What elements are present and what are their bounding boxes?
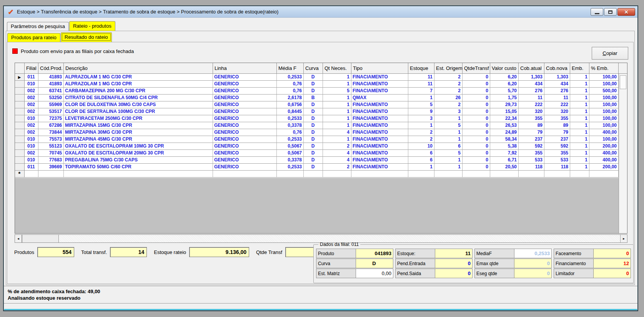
cell-est-origem[interactable]: 1 bbox=[434, 164, 463, 171]
cell-descri-o[interactable]: CARBAMAZEPINA 200 MG C/30 CPR bbox=[64, 88, 213, 95]
cell-empty[interactable] bbox=[277, 171, 304, 178]
cell-qtdetransf[interactable]: 0 bbox=[463, 115, 490, 122]
cell-linha[interactable]: GENERICO bbox=[213, 88, 277, 95]
cell-emb[interactable]: 1 bbox=[570, 108, 589, 115]
cell-estoque[interactable]: 10 bbox=[408, 143, 434, 150]
cell-c-d-prod[interactable]: 55969 bbox=[38, 101, 64, 108]
cell-valor-custo[interactable]: 7,92 bbox=[490, 150, 519, 157]
cell-m-dia-f[interactable]: 0,3378 bbox=[277, 157, 304, 164]
cell-empty[interactable] bbox=[463, 171, 490, 178]
cell-tipo[interactable]: FINACIAMENTO bbox=[351, 157, 408, 164]
cell-curva[interactable]: D bbox=[304, 129, 323, 136]
cell-cob-atual[interactable]: 118 bbox=[519, 164, 544, 171]
cell-cob-atual[interactable]: 533 bbox=[519, 157, 544, 164]
cell-descri-o[interactable]: LEVETIRACETAM 250MG C/30 CPR bbox=[64, 115, 213, 122]
table-row[interactable]: ▶01141893ALPRAZOLAM 1 MG C/30 CPRGENERIC… bbox=[15, 74, 627, 81]
cell-emb[interactable]: 1 bbox=[570, 136, 589, 143]
cell-emb[interactable]: 1 bbox=[570, 129, 589, 136]
cell-estoque[interactable]: 2 bbox=[408, 129, 434, 136]
cell-qtdetransf[interactable]: 0 bbox=[463, 74, 490, 81]
cell-emb[interactable]: 100,00 bbox=[589, 108, 619, 115]
cell-emb[interactable]: 100,00 bbox=[589, 122, 619, 129]
cell-qt-neces[interactable]: 1 bbox=[323, 95, 351, 101]
cell-tipo[interactable]: FINACIAMENTO bbox=[351, 101, 408, 108]
cell-emb[interactable]: 400,00 bbox=[589, 150, 619, 157]
cell-qt-neces[interactable]: 4 bbox=[323, 150, 351, 157]
cell-qtdetransf[interactable]: 0 bbox=[463, 95, 490, 101]
cell-qtdetransf[interactable]: 0 bbox=[463, 88, 490, 95]
cell-tipo[interactable]: FINACIAMENTO bbox=[351, 136, 408, 143]
cell-cob-nova[interactable]: 434 bbox=[544, 81, 570, 88]
cell-emb[interactable]: 1 bbox=[570, 157, 589, 164]
cell-estoque[interactable]: 11 bbox=[408, 81, 434, 88]
cell-qtdetransf[interactable]: 0 bbox=[463, 81, 490, 88]
cell-c-d-prod[interactable]: 75573 bbox=[38, 136, 64, 143]
cell-emb[interactable]: 200,00 bbox=[589, 164, 619, 171]
cell-descri-o[interactable]: TOPIRAMATO 50MG C/60 CPR bbox=[64, 164, 213, 171]
cell-curva[interactable]: D bbox=[304, 150, 323, 157]
cell-filial[interactable]: 002 bbox=[25, 101, 38, 108]
cell-empty[interactable] bbox=[570, 171, 589, 178]
cell-empty[interactable] bbox=[351, 171, 408, 178]
cell-emb[interactable]: 100,00 bbox=[589, 101, 619, 108]
cell-emb[interactable]: 100,00 bbox=[589, 95, 619, 101]
cell-empty[interactable] bbox=[589, 171, 619, 178]
cell-m-dia-f[interactable]: 0,5067 bbox=[277, 150, 304, 157]
cell-cob-atual[interactable]: 79 bbox=[519, 129, 544, 136]
cell-filial[interactable]: 002 bbox=[25, 95, 38, 101]
cell-empty[interactable] bbox=[434, 171, 463, 178]
cell-emb[interactable]: 1 bbox=[570, 74, 589, 81]
cell-qt-neces[interactable]: 2 bbox=[323, 143, 351, 150]
table-row[interactable]: 01041893ALPRAZOLAM 1 MG C/30 CPRGENERICO… bbox=[15, 81, 627, 88]
cell-m-dia-f[interactable]: 0,2533 bbox=[277, 115, 304, 122]
cell-empty[interactable] bbox=[304, 171, 323, 178]
cell-m-dia-f[interactable]: 0,5067 bbox=[277, 143, 304, 150]
cell-emb[interactable]: 100,00 bbox=[589, 136, 619, 143]
tab-resultado-do-rateio[interactable]: Resultado do rateio bbox=[61, 32, 112, 42]
cell-filial[interactable]: 002 bbox=[25, 129, 38, 136]
cell-tipo[interactable]: FINACIAMENTO bbox=[351, 150, 408, 157]
cell-filial[interactable]: 010 bbox=[25, 157, 38, 164]
table-row[interactable]: 01055123OXALATO DE ESCITALOPRAM 10MG 30 … bbox=[15, 143, 627, 150]
cell-cob-atual[interactable]: 11 bbox=[519, 95, 544, 101]
table-row[interactable]: 01075573MIRTAZAPINA 45MG C/30 CPRGENERIC… bbox=[15, 136, 627, 143]
cell-filial[interactable]: 002 bbox=[25, 88, 38, 95]
cell-descri-o[interactable]: CITRATO DE SILDENAFILA 50MG C/4 CPR bbox=[64, 95, 213, 101]
cell-linha[interactable]: GENERICO bbox=[213, 101, 277, 108]
cell-valor-custo[interactable]: 22,34 bbox=[490, 115, 519, 122]
cell-linha[interactable]: GENERICO bbox=[213, 164, 277, 171]
cell-emb[interactable]: 400,00 bbox=[589, 157, 619, 164]
grid-vertical-scrollbar[interactable] bbox=[619, 74, 627, 233]
cell-emb[interactable]: 400,00 bbox=[589, 129, 619, 136]
cell-valor-custo[interactable]: 20,50 bbox=[490, 164, 519, 171]
cell-estoque[interactable]: 2 bbox=[408, 136, 434, 143]
cell-m-dia-f[interactable]: 0,76 bbox=[277, 129, 304, 136]
hscroll-track[interactable] bbox=[59, 235, 620, 242]
cell-cob-nova[interactable]: 355 bbox=[544, 150, 570, 157]
copy-button[interactable]: Copiar bbox=[592, 47, 628, 60]
cell-qt-neces[interactable]: 4 bbox=[323, 129, 351, 136]
cell-est-origem[interactable]: 5 bbox=[434, 150, 463, 157]
minimize-button[interactable] bbox=[591, 8, 603, 16]
cell-emb[interactable]: 1 bbox=[570, 115, 589, 122]
tab-produtos-para-rateio[interactable]: Produtos para rateio bbox=[7, 33, 60, 42]
table-row[interactable]: 00263741CARBAMAZEPINA 200 MG C/30 CPRGEN… bbox=[15, 88, 627, 95]
cell-valor-custo[interactable]: 15,05 bbox=[490, 108, 519, 115]
cell-valor-custo[interactable]: 58,34 bbox=[490, 136, 519, 143]
cell-linha[interactable]: GENERICO bbox=[213, 143, 277, 150]
cell-curva[interactable]: D bbox=[304, 136, 323, 143]
cell-descri-o[interactable]: CLOR DE SERTRALINA 100MG C/30 CPR bbox=[64, 108, 213, 115]
cell-filial[interactable]: 010 bbox=[25, 143, 38, 150]
cell-cob-atual[interactable]: 592 bbox=[519, 143, 544, 150]
cell-qt-neces[interactable]: 2 bbox=[323, 164, 351, 171]
cell-valor-custo[interactable]: 5,38 bbox=[490, 143, 519, 150]
cell-qtdetransf[interactable]: 0 bbox=[463, 150, 490, 157]
cell-m-dia-f[interactable]: 0,2533 bbox=[277, 164, 304, 171]
cell-empty[interactable] bbox=[519, 171, 544, 178]
cell-estoque[interactable]: 1 bbox=[408, 122, 434, 129]
cell-estoque[interactable]: 5 bbox=[408, 101, 434, 108]
cell-tipo[interactable]: FINACIAMENTO bbox=[351, 115, 408, 122]
cell-emb[interactable]: 1 bbox=[570, 88, 589, 95]
cell-curva[interactable]: D bbox=[304, 101, 323, 108]
cell-emb[interactable]: 100,00 bbox=[589, 74, 619, 81]
